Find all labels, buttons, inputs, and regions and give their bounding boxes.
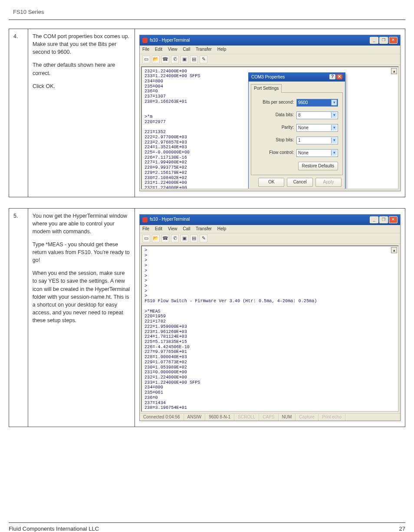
step-4-screenshot-cell: fs10 - HyperTerminal _ ❐ ✕ File Edit Vie… bbox=[135, 29, 405, 197]
hyperterminal-window-2: fs10 - HyperTerminal _ ❐ ✕ File Edit Vie… bbox=[139, 214, 401, 421]
restore-row: Restore Defaults bbox=[256, 162, 338, 171]
status-echo: Print echo bbox=[319, 414, 345, 421]
step-4-p1: The COM port properties box comes up. Ma… bbox=[33, 33, 130, 56]
menu-edit-2[interactable]: Edit bbox=[155, 226, 162, 231]
tool-recv-icon-2[interactable]: ▤ bbox=[190, 235, 198, 242]
maximize-button-2[interactable]: ❐ bbox=[379, 216, 388, 223]
terminal-pane-2[interactable]: ▴ > > > > > > > > > > FS10 Flow Switch -… bbox=[141, 245, 399, 412]
flow-select[interactable]: None bbox=[296, 149, 338, 157]
tool-open-icon[interactable]: 📂 bbox=[152, 55, 160, 63]
menubar-1: File Edit View Call Transfer Help bbox=[140, 46, 400, 54]
footer-left: Fluid Components International LLC bbox=[9, 525, 99, 532]
terminal-pane-1[interactable]: ▴ 232=1.224000E+00 233=1.224000E+00 SFPS… bbox=[141, 66, 399, 189]
status-num: NUM bbox=[279, 414, 296, 421]
dialog-buttons: OK Cancel Apply bbox=[249, 175, 345, 189]
window-buttons-1: _ ❐ ✕ bbox=[370, 37, 398, 44]
dialog-help-button[interactable]: ? bbox=[329, 74, 335, 79]
parity-label: Parity: bbox=[282, 124, 294, 131]
menu-help-2[interactable]: Help bbox=[217, 226, 227, 231]
menu-transfer[interactable]: Transfer bbox=[196, 47, 212, 52]
menu-file-2[interactable]: File bbox=[142, 226, 149, 231]
menu-view[interactable]: View bbox=[168, 47, 177, 52]
scroll-up-icon[interactable]: ▴ bbox=[391, 68, 397, 74]
close-button[interactable]: ✕ bbox=[389, 37, 398, 44]
minimize-button-2[interactable]: _ bbox=[370, 216, 378, 223]
dialog-tabs: Port Settings Bits per second: 9600 Data… bbox=[251, 84, 343, 175]
maximize-button[interactable]: ❐ bbox=[379, 37, 388, 44]
page-header: FS10 Series bbox=[0, 0, 414, 17]
step-5-text: You now get the HyperTerminal window whe… bbox=[28, 208, 135, 427]
status-capture: Capture bbox=[296, 414, 319, 421]
titlebar-1: fs10 - HyperTerminal _ ❐ ✕ bbox=[140, 35, 400, 46]
cancel-button[interactable]: Cancel bbox=[287, 178, 313, 187]
tool-props-icon-2[interactable]: ✎ bbox=[200, 235, 207, 242]
stopbits-label: Stop bits: bbox=[276, 137, 294, 144]
parity-select[interactable]: None bbox=[296, 124, 338, 132]
window-title-2: fs10 - HyperTerminal bbox=[150, 216, 190, 223]
titlebar-2: fs10 - HyperTerminal _ ❐ ✕ bbox=[140, 215, 400, 225]
step-5-number: 5. bbox=[9, 208, 28, 427]
bps-label: Bits per second: bbox=[263, 99, 294, 106]
terminal-output-2: > > > > > > > > > > FS10 Flow Switch - F… bbox=[142, 246, 398, 412]
tool-hangup-icon-2[interactable]: ✆ bbox=[171, 235, 179, 242]
dialog-titlebar: COM3 Properties ? ✕ bbox=[249, 73, 345, 82]
dialog-title: COM3 Properties bbox=[251, 74, 285, 81]
step-4-p2: The other defaults shown here are correc… bbox=[33, 61, 130, 77]
bps-select[interactable]: 9600 bbox=[296, 99, 338, 107]
status-connected: Connected 0:04:56 bbox=[140, 414, 184, 421]
apply-button[interactable]: Apply bbox=[315, 178, 342, 187]
tool-new-icon[interactable]: ▭ bbox=[142, 55, 150, 63]
flow-label: Flow control: bbox=[269, 150, 294, 156]
minimize-button[interactable]: _ bbox=[370, 37, 378, 44]
window-title-1: fs10 - HyperTerminal bbox=[150, 37, 190, 44]
step-5-p1: You now get the HyperTerminal window whe… bbox=[33, 212, 130, 235]
status-scroll: SCROLL bbox=[234, 414, 259, 421]
app-icon-2 bbox=[142, 217, 148, 222]
tool-call-icon[interactable]: ☎ bbox=[161, 55, 169, 63]
tool-new-icon-2[interactable]: ▭ bbox=[142, 235, 150, 242]
footer-page-number: 27 bbox=[399, 525, 405, 532]
tab-panel: Bits per second: 9600 Data bits: 8 Parit… bbox=[251, 92, 343, 176]
step-4-number: 4. bbox=[9, 29, 28, 197]
window-buttons-2: _ ❐ ✕ bbox=[370, 216, 398, 223]
tool-recv-icon[interactable]: ▤ bbox=[190, 55, 198, 63]
hyperterminal-window-1: fs10 - HyperTerminal _ ❐ ✕ File Edit Vie… bbox=[139, 35, 401, 191]
menu-transfer-2[interactable]: Transfer bbox=[196, 226, 212, 231]
com-properties-dialog: COM3 Properties ? ✕ Port Settings Bits p… bbox=[248, 72, 345, 189]
status-baud: 9600 8-N-1 bbox=[205, 414, 234, 421]
status-bar: Connected 0:04:56 ANSIW 9600 8-N-1 SCROL… bbox=[140, 413, 400, 421]
toolbar-1: ▭ 📂 ☎ ✆ ▣ ▤ ✎ bbox=[140, 54, 400, 65]
restore-defaults-button[interactable]: Restore Defaults bbox=[298, 162, 338, 171]
tool-hangup-icon[interactable]: ✆ bbox=[171, 55, 179, 63]
menu-call-2[interactable]: Call bbox=[183, 226, 190, 231]
step-5-p2: Type *MEAS - you should get these return… bbox=[33, 241, 130, 264]
status-detect: ANSIW bbox=[184, 414, 206, 421]
header-rule bbox=[9, 20, 405, 20]
tool-props-icon[interactable]: ✎ bbox=[200, 55, 207, 63]
tool-call-icon-2[interactable]: ☎ bbox=[161, 235, 169, 242]
app-icon bbox=[142, 38, 148, 43]
tab-port-settings[interactable]: Port Settings bbox=[251, 84, 282, 93]
tool-send-icon-2[interactable]: ▣ bbox=[181, 235, 188, 242]
menu-help[interactable]: Help bbox=[217, 47, 227, 52]
menu-call[interactable]: Call bbox=[183, 47, 190, 52]
dialog-close-button[interactable]: ✕ bbox=[336, 74, 342, 79]
close-button-2[interactable]: ✕ bbox=[389, 216, 398, 223]
databits-label: Data bits: bbox=[276, 112, 294, 118]
scroll-up-icon-2[interactable]: ▴ bbox=[391, 247, 397, 253]
menu-view-2[interactable]: View bbox=[168, 226, 177, 231]
menu-edit[interactable]: Edit bbox=[155, 47, 162, 52]
step-5-p3: When you end the session, make sure to s… bbox=[33, 269, 130, 324]
step-4-table: 4. The COM port properties box comes up.… bbox=[9, 29, 405, 197]
tool-send-icon[interactable]: ▣ bbox=[181, 55, 188, 63]
databits-select[interactable]: 8 bbox=[296, 111, 338, 119]
toolbar-2: ▭ 📂 ☎ ✆ ▣ ▤ ✎ bbox=[140, 233, 400, 244]
ok-button[interactable]: OK bbox=[258, 178, 284, 187]
step-5-screenshot-cell: fs10 - HyperTerminal _ ❐ ✕ File Edit Vie… bbox=[135, 208, 405, 427]
page-footer: Fluid Components International LLC 27 bbox=[9, 522, 405, 532]
tool-open-icon-2[interactable]: 📂 bbox=[152, 235, 160, 242]
step-5-table: 5. You now get the HyperTerminal window … bbox=[9, 208, 405, 428]
menu-file[interactable]: File bbox=[142, 47, 149, 52]
stopbits-select[interactable]: 1 bbox=[296, 137, 338, 144]
step-4-p3: Click OK. bbox=[33, 82, 130, 90]
